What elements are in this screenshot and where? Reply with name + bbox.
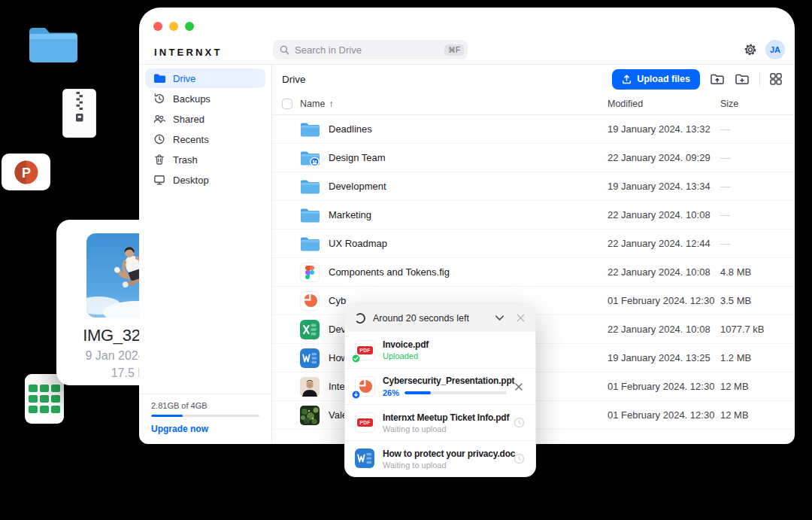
table-row[interactable]: Marketing 22 January 2024. 10:08 — — [272, 201, 795, 230]
file-name: Inte — [329, 381, 345, 392]
sidebar-item-drive[interactable]: Drive — [145, 68, 265, 88]
svg-text:P: P — [21, 165, 30, 180]
pdf-icon: PDF — [355, 412, 375, 433]
table-row[interactable]: Deadlines 19 January 2024. 13:32 — — [272, 115, 795, 144]
file-size: — — [720, 209, 730, 220]
backups-icon — [153, 93, 165, 105]
folder-shared-icon — [300, 148, 320, 168]
upload-status: Waiting to upload — [383, 461, 507, 470]
sidebar-item-backups[interactable]: Backups — [145, 89, 265, 108]
table-row[interactable]: Development 19 January 2024. 13:34 — — [272, 172, 795, 201]
file-modified: 01 February 2024. 12:30 — [607, 409, 714, 421]
file-name: Development — [329, 181, 386, 192]
photo-person-icon — [300, 377, 320, 397]
uploading-arrow-icon — [351, 390, 361, 400]
floating-zip-icon[interactable] — [62, 89, 96, 138]
file-modified: 22 January 2024. 10:08 — [607, 266, 710, 278]
upload-item: Cybersecurity_Presentation.ppt 26% — [345, 368, 535, 404]
search-placeholder: Search in Drive — [295, 44, 444, 56]
file-name: Marketing — [329, 209, 371, 220]
floating-folder-icon[interactable] — [28, 23, 79, 64]
file-size: — — [720, 152, 730, 163]
sidebar-item-label: Shared — [173, 114, 205, 125]
create-folder-icon[interactable] — [735, 71, 750, 87]
file-name: Dev — [329, 324, 346, 335]
upload-folder-icon[interactable] — [710, 71, 725, 87]
sidebar-item-recents[interactable]: Recents — [145, 129, 265, 149]
close-window-button[interactable] — [153, 22, 162, 31]
excel-icon — [300, 320, 320, 339]
file-modified: 19 January 2024. 13:25 — [607, 352, 710, 363]
floating-powerpoint-icon[interactable]: P — [2, 154, 50, 190]
file-name: Components and Tokens.fig — [329, 266, 450, 278]
folder-icon — [300, 177, 320, 196]
select-all-checkbox[interactable] — [282, 99, 292, 109]
file-modified: 19 January 2024. 13:34 — [607, 181, 710, 192]
close-popup-icon[interactable] — [515, 312, 526, 324]
upload-progress-popup: Around 20 seconds left PDF Invoice.pdf U… — [344, 303, 536, 477]
settings-gear-icon[interactable] — [744, 43, 757, 56]
sidebar-item-label: Drive — [173, 73, 195, 84]
sidebar: Drive Backups Shared Recents Trash Deskt… — [139, 65, 272, 443]
storage-progress-bar — [151, 415, 259, 417]
desktop-icon — [153, 174, 165, 186]
sidebar-item-label: Trash — [173, 154, 198, 166]
shared-icon — [153, 113, 165, 125]
upload-files-button[interactable]: Upload files — [612, 69, 700, 90]
sidebar-item-label: Recents — [173, 134, 209, 145]
minimize-window-button[interactable] — [169, 22, 178, 31]
file-size: 1.2 MB — [720, 352, 751, 363]
storage-section: 2.81GB of 4GB Upgrade now — [139, 394, 271, 443]
upload-item: PDF Internxt Meetup Ticket Info.pdf Wait… — [345, 404, 535, 440]
grid-view-icon[interactable] — [770, 73, 782, 85]
sidebar-item-shared[interactable]: Shared — [145, 109, 265, 129]
cancel-upload-icon[interactable] — [514, 382, 526, 392]
file-modified: 22 January 2024. 10:08 — [607, 209, 710, 220]
upload-item-name: Invoice.pdf — [383, 339, 526, 350]
sidebar-item-desktop[interactable]: Desktop — [145, 170, 265, 190]
upload-files-label: Upload files — [637, 74, 690, 84]
search-shortcut-badge: ⌘F — [444, 44, 464, 56]
word-icon — [355, 449, 375, 469]
column-size[interactable]: Size — [720, 99, 738, 109]
ppt-icon — [355, 376, 375, 397]
table-row[interactable]: Components and Tokens.fig 22 January 202… — [272, 258, 795, 287]
upload-item: How to protect your privacy.doc Waiting … — [345, 440, 535, 476]
table-row[interactable]: Design Team 22 January 2024. 09:29 — — [272, 144, 795, 172]
upgrade-now-link[interactable]: Upgrade now — [151, 424, 259, 434]
storage-usage-label: 2.81GB of 4GB — [151, 401, 259, 410]
window-controls — [153, 22, 194, 31]
table-row[interactable]: UX Roadmap 22 January 2024. 12:44 — — [272, 230, 795, 258]
column-modified[interactable]: Modified — [607, 99, 643, 109]
file-size: 1077.7 kB — [720, 324, 765, 335]
file-modified: 22 January 2024. 12:44 — [607, 238, 710, 249]
table-header: Name ↑ Modified Size — [272, 93, 795, 115]
file-size: — — [720, 123, 730, 135]
collapse-popup-icon[interactable] — [494, 312, 505, 324]
file-modified: 01 February 2024. 12:30 — [607, 381, 714, 392]
storage-progress-fill — [151, 415, 183, 417]
trash-icon — [153, 154, 165, 166]
file-modified: 19 January 2024. 13:32 — [607, 123, 710, 135]
sort-ascending-icon[interactable]: ↑ — [329, 99, 333, 109]
file-modified: 22 January 2024. 10:08 — [607, 324, 710, 335]
search-input[interactable]: Search in Drive ⌘F — [273, 40, 468, 59]
upload-item: PDF Invoice.pdf Uploaded — [345, 332, 535, 368]
figma-icon — [300, 263, 320, 282]
avatar[interactable]: JA — [765, 40, 785, 59]
sidebar-item-trash[interactable]: Trash — [145, 150, 265, 169]
folder-icon — [300, 234, 320, 254]
zoom-window-button[interactable] — [185, 22, 194, 31]
column-name[interactable]: Name — [300, 99, 325, 109]
folder-icon — [300, 120, 320, 139]
file-size: 4.8 MB — [720, 266, 751, 278]
powerpoint-logo: P — [14, 160, 39, 185]
ppt-icon — [300, 291, 320, 311]
upload-item-name: Internxt Meetup Ticket Info.pdf — [383, 412, 507, 423]
sidebar-item-label: Backups — [173, 93, 211, 105]
file-name: Cyb — [329, 295, 346, 306]
search-icon — [280, 45, 289, 55]
upload-icon — [622, 75, 632, 84]
floating-spreadsheet-icon[interactable] — [25, 374, 64, 424]
waiting-clock-icon — [514, 417, 526, 428]
